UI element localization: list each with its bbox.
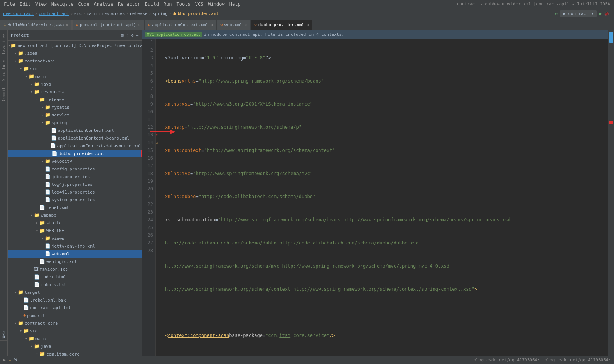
tree-weblogic-xml[interactable]: ▸ 📄 weblogic.xml [8,258,142,265]
menu-tools[interactable]: Tools [174,2,193,7]
tree-mybatis[interactable]: ▸ 📁 mybatis [8,103,142,111]
close-tab-dubbo[interactable]: ✕ [307,23,309,27]
tree-com-itsm-core[interactable]: ▾ 📁 com.itsm.core [8,350,142,356]
menu-view[interactable]: View [33,2,49,7]
tree-root[interactable]: ▾ 📁 new_contract [contract] D:\ideaProje… [8,42,142,49]
menu-refactor[interactable]: Refactor [116,2,143,7]
sync-icon[interactable]: ↻ [555,11,558,16]
tab-helloworldservice[interactable]: ☕ HelloWorldService.java ✕ [0,20,72,30]
tree-webapp[interactable]: ▾ 📁 webapp [8,211,142,219]
menu-help[interactable]: Help [227,2,243,7]
left-panel-tabs: Favorites Structure Commit [0,30,8,356]
tab-pom[interactable]: ⚙ pom.xml (contract-api) ✕ [72,20,144,30]
menu-analyze[interactable]: Analyze [91,2,116,7]
tree-log4j-prop[interactable]: ▸ 📄 log4j.properties [8,180,142,188]
menu-run[interactable]: Run [161,2,174,7]
tree-robots[interactable]: ▸ 📄 robots.txt [8,281,142,288]
tree-contract-core[interactable]: ▾ 📁 contract-core [8,319,142,327]
run-icon[interactable]: ▶ [599,11,602,16]
tree-appcontext-xml[interactable]: ▸ 📄 applicationContext.xml [8,126,142,134]
status-event-log[interactable]: ▶ [3,357,6,362]
close-tab-helloworldservice[interactable]: ✕ [66,23,68,27]
tree-system-prop[interactable]: ▸ 📄 system.properties [8,196,142,204]
tree-core-src[interactable]: ▾ 📁 src [8,327,142,335]
tree-dubbo-provider-xml[interactable]: ▸ 📄 dubbo-provider.xml [8,150,142,157]
tree-jdbc-prop[interactable]: ▸ 📄 jdbc.properties [8,173,142,180]
code-content[interactable]: 12345 678910 1112131415 1617181920 21222… [142,39,608,356]
web-vtab[interactable]: Web [0,329,7,341]
menu-window[interactable]: Window [206,2,227,7]
tree-views[interactable]: ▸ 📁 views [8,234,142,242]
tree-resources[interactable]: ▾ 📁 resources [8,88,142,96]
code-text[interactable]: <?xml version="1.0" encoding="UTF-8"?> <… [162,39,608,356]
tree-rebel-bak[interactable]: ▸ 📄 .rebel.xml.bak [8,296,142,304]
tree-jetty-xml[interactable]: ▸ 📄 jetty-env-tmp.xml [8,242,142,250]
tree-core-main[interactable]: ▾ 📁 main [8,335,142,342]
breadcrumb-main[interactable]: main [87,11,97,16]
tree-favicon[interactable]: ▸ 🖼 favicon.ico [8,265,142,273]
prop-file-icon-jdbc: 📄 [45,174,51,179]
xml-file-icon-appds: 📄 [50,143,56,148]
tree-log4j1-prop[interactable]: ▸ 📄 log4j1.properties [8,188,142,196]
sidebar-settings-icon[interactable]: ⊞ [121,33,124,38]
menu-vcs[interactable]: VCS [193,2,206,7]
folder-icon-idea: 📁 [18,51,24,56]
close-tab-appcontext[interactable]: ✕ [211,23,213,27]
breadcrumb-release[interactable]: release [130,11,147,16]
title-text: contract - dubbo-provider.xml [contract-… [455,2,612,7]
sidebar-gear-icon[interactable]: ⚙ [131,33,134,38]
tree-core-java[interactable]: ▾ 📁 java [8,342,142,350]
breadcrumb-contract-api[interactable]: contract-api [39,11,69,16]
sidebar-hide-icon[interactable]: — [136,33,138,38]
menu-file[interactable]: File [2,2,17,7]
sidebar-sync-icon[interactable]: ⇅ [126,33,129,38]
debug-icon[interactable]: 🐞 [604,11,609,16]
tree-config-prop[interactable]: ▸ 📄 config.properties [8,165,142,173]
tree-contract-api[interactable]: ▾ 📁 contract-api [8,57,142,65]
main-area: Favorites Structure Commit Project ⊞ ⇅ ⚙… [0,30,614,356]
menu-edit[interactable]: Edit [17,2,33,7]
tree-appcontext-ds-xml[interactable]: ▸ 📄 applicationContext-datasource.xml [8,142,142,150]
close-tab-pom[interactable]: ✕ [138,23,141,27]
tree-idea[interactable]: ▸ 📁 .idea [8,49,142,57]
tab-dubbo-provider[interactable]: ⚙ dubbo-provider.xml ✕ [251,20,312,30]
tree-pom-xml[interactable]: ▸ ⚙ pom.xml [8,312,142,319]
tab-webxml[interactable]: ⚙ web.xml ✕ [217,20,250,30]
favorites-vtab[interactable]: Favorites [2,33,6,54]
tree-static[interactable]: ▸ 📁 static [8,219,142,227]
tree-contract-api-iml[interactable]: ▸ 📄 contract-api.iml [8,304,142,312]
contract-dropdown[interactable]: ▶ contract ▾ [560,10,597,17]
breadcrumb-src[interactable]: src [74,11,82,16]
menu-navigate[interactable]: Navigate [49,2,76,7]
tree-velocity[interactable]: ▸ 📁 velocity [8,157,142,165]
close-tab-webxml[interactable]: ✕ [245,23,247,27]
structure-vtab[interactable]: Structure [2,60,6,81]
menu-code[interactable]: Code [76,2,92,7]
commit-vtab[interactable]: Commit [2,87,6,101]
tree-main[interactable]: ▾ 📁 main [8,72,142,80]
tab-appcontext[interactable]: ⚙ applicationContext.xml ✕ [145,20,216,30]
menu-build[interactable]: Build [143,2,161,7]
tree-spring[interactable]: ▾ 📁 spring [8,119,142,126]
code-line-7: xmlns:dubbo="http://code.alibabatech.com… [165,193,605,201]
tree-web-xml[interactable]: ▸ 📄 web.xml [8,250,142,258]
breadcrumb-file[interactable]: dubbo-provider.xml [172,11,218,16]
tree-appcontext-beans-xml[interactable]: ▸ 📄 applicationContext-beans.xml [8,134,142,142]
tree-src[interactable]: ▾ 📁 src [8,65,142,72]
tree-java[interactable]: ▸ 📁 java [8,80,142,88]
tree-release[interactable]: ▾ 📁 release [8,96,142,103]
tree-index-html[interactable]: ▸ 📄 index.html [8,273,142,281]
mvc-badge[interactable]: MVC application context [145,32,202,37]
breadcrumb-new-contract[interactable]: new_contract [3,11,34,16]
breadcrumb-resources[interactable]: resources [102,11,125,16]
tree-target[interactable]: ▸ 📁 target [8,288,142,296]
xml-icon-dubbo: ⚙ [254,22,257,27]
breadcrumb-spring[interactable]: spring [152,11,168,16]
xml-file-icon-appcontext: 📄 [51,128,57,133]
tree-servlet[interactable]: ▸ 📁 servlet [8,111,142,119]
tree-webinf[interactable]: ▾ 📁 WEB-INF [8,227,142,234]
file-icon-rebel-bak: 📄 [23,297,29,303]
tree-rebel-xml[interactable]: ▸ 📄 rebel.xml [8,204,142,211]
folder-icon-spring: 📁 [45,120,51,125]
code-line-8: xsi:schemaLocation="http://www.springfra… [165,216,605,224]
